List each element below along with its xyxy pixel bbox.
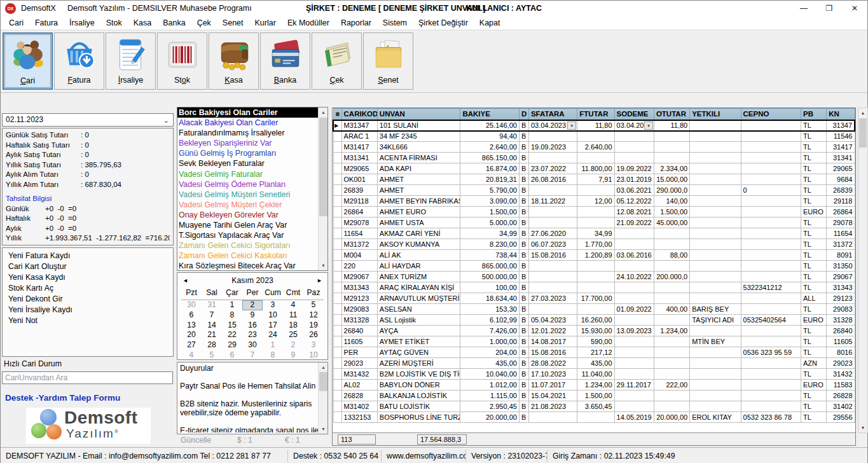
chevron-down-icon[interactable]: ⌄: [163, 114, 169, 127]
calendar-day[interactable]: 4: [181, 350, 202, 361]
calendar-day[interactable]: 25: [283, 330, 303, 340]
menu-item-banka[interactable]: Banka: [157, 17, 191, 29]
calendar-day[interactable]: 12: [303, 310, 324, 321]
toolbar-button-banka[interactable]: Banka: [260, 32, 310, 90]
calendar-day[interactable]: 9: [242, 310, 263, 321]
calendar-day[interactable]: 9: [283, 350, 303, 361]
calendar-day[interactable]: 3: [263, 300, 283, 310]
calendar-day[interactable]: 8: [263, 350, 283, 361]
calendar-next-icon[interactable]: ►: [317, 273, 322, 288]
table-row[interactable]: ▶M31347101 SULANİ25.146,00B03.04.2023▼11…: [333, 120, 855, 131]
table-row[interactable]: AL02BABYLON DÖNER1.012,00B11.07.20171.23…: [333, 380, 855, 390]
alert-link-item[interactable]: Muayene Tarihi Gelen Araç Var: [177, 220, 319, 230]
menu-item-sistem[interactable]: Sistem: [377, 17, 413, 29]
toolbar-button-stok[interactable]: Stok: [157, 32, 207, 90]
table-row[interactable]: M29065ADA KAPI16.874,00B23.07.202211.800…: [333, 163, 855, 174]
alert-link-item[interactable]: Zamanı Gelen Cekici Kaskoları: [177, 251, 319, 261]
table-row[interactable]: M29118AHMET BEYIN FABRIKASI3.090,00B18.1…: [333, 196, 855, 207]
toolbar-button-i̇rsaliye[interactable]: İrsaliye: [106, 32, 156, 90]
quick-action-item[interactable]: Stok Kartı Aç: [8, 284, 167, 294]
calendar-day[interactable]: 11: [283, 310, 303, 321]
scroll-thumb[interactable]: [859, 118, 867, 148]
calendar-day[interactable]: 16: [242, 321, 263, 331]
quick-action-item[interactable]: Yeni İrsaliye Kaydı: [8, 305, 167, 316]
table-row[interactable]: ARAC 134 MF 234594,40BTL11546: [333, 131, 855, 142]
table-row[interactable]: 26864AHMET EURO1.500,00B12.08.20211.500,…: [333, 207, 855, 218]
menu-item-çek[interactable]: Çek: [191, 17, 217, 29]
alert-link-item[interactable]: Borc Bakiyesi Olan Cariler: [177, 107, 319, 118]
scroll-down-icon[interactable]: ▼: [319, 424, 328, 434]
alert-link-item[interactable]: Vadesi Gelmiş Müşteri Çekler: [177, 200, 319, 210]
calendar-day[interactable]: 2: [283, 340, 303, 350]
calendar-prev-icon[interactable]: ◄: [183, 273, 188, 288]
table-row[interactable]: M31328ASL Lojistik6.102,99B05.04.202316.…: [333, 315, 855, 326]
calendar-day[interactable]: 3: [303, 340, 324, 350]
alert-link-item[interactable]: Vadesi Gelmiş Müşteri Senetleri: [177, 190, 319, 200]
alert-link-item[interactable]: Günü Gelmiş İş Programları: [177, 148, 319, 158]
alert-link-item[interactable]: Kıra Sözleşmesi Bitecek Araç Var: [177, 261, 319, 270]
calendar-day[interactable]: 6: [222, 350, 242, 361]
table-row[interactable]: M31402BATU LOJİSTİK2.950,45B21.08.20233.…: [333, 401, 855, 412]
table-row[interactable]: 11605AYMET ETİKET1.000,00B14.08.2017590,…: [333, 336, 855, 347]
table-row[interactable]: 26840AYÇA7.426,00B12.01.202215.930,0013.…: [333, 326, 855, 336]
toolbar-button-senet[interactable]: Senet: [363, 32, 413, 90]
dropdown-arrow-icon[interactable]: ▼: [567, 121, 576, 130]
menu-item-kasa[interactable]: Kasa: [128, 17, 158, 29]
minimize-icon[interactable]: —: [791, 1, 816, 17]
scroll-thumb[interactable]: [319, 372, 327, 391]
toolbar-button-çek[interactable]: Çek: [312, 32, 362, 90]
table-row[interactable]: M31343ARAÇ KİRALAYAN KİŞİ100,00B53223412…: [333, 282, 855, 293]
table-row[interactable]: M3141734KL6662.640,00B19.09.20232.640,00…: [333, 142, 855, 153]
date-combobox[interactable]: 02.11.2023 ⌄: [2, 113, 174, 127]
table-row[interactable]: M31341ACENTA FİRMASI865.150,00BTL31341: [333, 153, 855, 163]
alert-link-item[interactable]: Onay Bekleyen Görevler Var: [177, 210, 319, 220]
table-row[interactable]: PERAYTAÇ GÜVEN204,00B15.08.2016217,12053…: [333, 347, 855, 358]
column-header-pb[interactable]: PB: [801, 109, 827, 120]
scroll-thumb[interactable]: [319, 118, 327, 216]
calendar-day[interactable]: 13: [181, 321, 202, 331]
grid-scrollbar[interactable]: ▲▼: [858, 107, 868, 433]
calendar-day[interactable]: 18: [283, 321, 303, 331]
calendar-day[interactable]: 8: [222, 310, 242, 321]
scroll-down-icon[interactable]: ▼: [319, 261, 328, 270]
table-row[interactable]: M29083ASELSAN153,30B01.09.2022400,00BARI…: [333, 304, 855, 315]
column-header-sodeme[interactable]: SODEME: [614, 109, 654, 120]
scroll-up-icon[interactable]: ▲: [319, 107, 328, 117]
quick-action-item[interactable]: Yeni Kasa Kaydı: [8, 273, 167, 284]
close-icon[interactable]: ✕: [842, 1, 867, 17]
alert-link-item[interactable]: Faturalandırılmamış İrsaliyeler: [177, 128, 319, 138]
column-header-yetkili[interactable]: YETKILI: [690, 109, 741, 120]
alert-link-item[interactable]: Bekleyen Siparişleriniz Var: [177, 138, 319, 148]
table-row[interactable]: M31372AKSOY KUMANYA8.230,00B06.07.20231.…: [333, 239, 855, 250]
menu-item-fatura[interactable]: Fatura: [29, 17, 64, 29]
menu-item-senet[interactable]: Senet: [217, 17, 249, 29]
quick-action-item[interactable]: Yeni Fatura Kaydı: [8, 251, 167, 262]
calendar-day[interactable]: 24: [263, 330, 283, 340]
table-row[interactable]: 29023AZERİ MÜŞTERİ435,00B28.08.2022435,0…: [333, 358, 855, 369]
calendar-day[interactable]: 14: [202, 321, 222, 331]
support-link[interactable]: Destek -Yardım Talep Formu: [5, 393, 120, 403]
column-header-otutar[interactable]: OTUTAR: [654, 109, 689, 120]
menu-item-cari[interactable]: Cari: [3, 17, 29, 29]
column-header-bakiye[interactable]: BAKIYE: [460, 109, 519, 120]
menu-item-kapat[interactable]: Kapat: [474, 17, 506, 29]
menu-item-ek-modüller[interactable]: Ek Modüller: [282, 17, 335, 29]
table-row[interactable]: 26828BALKANJA LOJİSTİK1.115,00B15.04.202…: [333, 390, 855, 401]
scroll-down-icon[interactable]: ▼: [858, 423, 867, 432]
table-row[interactable]: OK001AHMET20.819,31B26.08.20167,9123.01.…: [333, 174, 855, 185]
calendar-day[interactable]: 26: [303, 330, 324, 340]
calendar-day[interactable]: 7: [242, 350, 263, 361]
calendar-day[interactable]: 27: [181, 340, 202, 350]
calendar-day[interactable]: 7: [202, 310, 222, 321]
toolbar-button-fatura[interactable]: Fatura: [54, 32, 104, 90]
column-header-unvan[interactable]: UNVAN: [377, 109, 460, 120]
table-row[interactable]: 11654AKMAZ CARİ YENİ34,99B27.06.202034,9…: [333, 228, 855, 239]
calendar-day[interactable]: 30: [242, 340, 263, 350]
announcements-scrollbar[interactable]: ▲▼: [318, 363, 327, 434]
calendar-day[interactable]: 1: [222, 300, 242, 310]
alert-link-item[interactable]: Sevk Bekleyen Faturalar: [177, 158, 319, 169]
calendar-day[interactable]: 10: [263, 310, 283, 321]
column-header-sfatara[interactable]: SFATARA: [528, 109, 577, 120]
column-header-cepno[interactable]: CEPNO: [741, 109, 801, 120]
calendar-day[interactable]: 5: [202, 350, 222, 361]
